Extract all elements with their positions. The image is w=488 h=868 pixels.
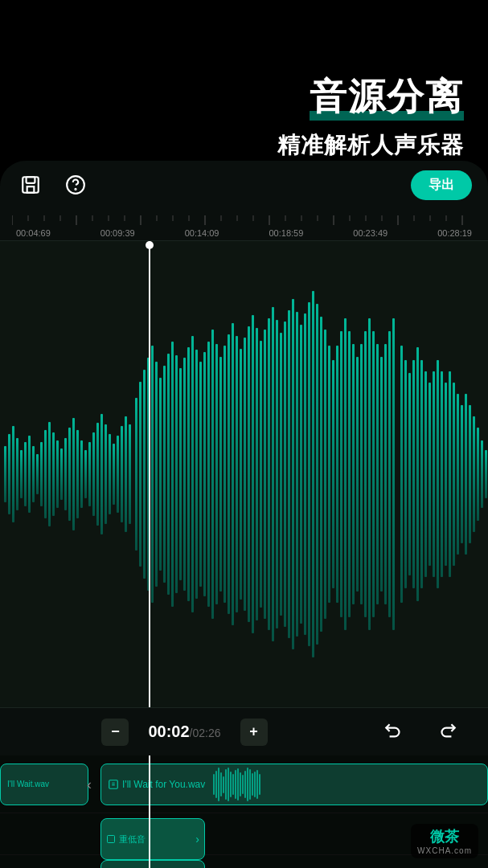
svg-rect-87 <box>207 342 210 607</box>
svg-rect-105 <box>280 333 282 616</box>
svg-rect-98 <box>252 315 254 633</box>
svg-rect-134 <box>400 346 403 603</box>
svg-rect-85 <box>199 362 202 587</box>
svg-rect-54 <box>72 418 75 530</box>
svg-rect-133 <box>392 318 395 630</box>
svg-rect-43 <box>28 436 31 513</box>
waveform-area[interactable] <box>0 241 488 707</box>
svg-rect-74 <box>155 362 158 587</box>
waveform-svg <box>0 241 488 707</box>
svg-rect-97 <box>248 326 250 622</box>
track-clip-main[interactable]: I'll Wait for You.wav <box>100 764 488 805</box>
svg-rect-45 <box>36 454 39 494</box>
ruler-time-labels: 00:04:69 00:09:39 00:14:09 00:18:59 00:2… <box>12 228 476 238</box>
time-label-1: 00:04:69 <box>16 228 51 238</box>
scroll-left-arrow[interactable]: ‹ <box>87 776 92 792</box>
toolbar-left <box>16 170 90 199</box>
timeline-ruler: 00:04:69 00:09:39 00:14:09 00:18:59 00:2… <box>0 209 488 241</box>
svg-rect-2 <box>27 186 35 193</box>
svg-rect-82 <box>187 347 190 601</box>
help-icon[interactable] <box>61 170 90 199</box>
svg-rect-89 <box>215 344 218 604</box>
svg-rect-137 <box>412 360 415 588</box>
time-label-4: 00:18:59 <box>269 228 303 238</box>
svg-rect-91 <box>223 346 226 603</box>
ruler-ticks-svg <box>12 215 476 225</box>
watermark-brand: 微茶 <box>430 827 459 846</box>
time-label-6: 00:28:19 <box>437 228 472 238</box>
svg-rect-88 <box>211 330 214 619</box>
svg-rect-44 <box>32 446 35 502</box>
svg-rect-102 <box>268 318 270 630</box>
svg-rect-138 <box>416 347 419 601</box>
svg-rect-154 <box>481 440 483 508</box>
svg-rect-60 <box>96 423 99 526</box>
svg-rect-128 <box>372 331 375 617</box>
svg-rect-71 <box>143 370 146 579</box>
svg-rect-130 <box>380 357 383 592</box>
svg-rect-53 <box>68 428 71 521</box>
export-button[interactable]: 导出 <box>411 170 472 200</box>
watermark: 微茶 WXCHA.com <box>411 824 478 858</box>
svg-rect-120 <box>340 331 342 617</box>
svg-rect-65 <box>117 436 119 513</box>
svg-rect-124 <box>356 357 359 592</box>
track-clip-bass[interactable]: 重低音 › <box>100 818 205 860</box>
time-label-2: 00:09:39 <box>100 228 135 238</box>
svg-rect-73 <box>151 346 154 603</box>
svg-rect-90 <box>219 357 222 592</box>
svg-rect-77 <box>167 354 170 595</box>
svg-rect-157 <box>108 836 115 843</box>
svg-rect-46 <box>40 442 43 506</box>
svg-rect-39 <box>12 426 14 522</box>
track-clip-phone[interactable]: 电话听筒 › <box>100 860 205 868</box>
svg-rect-107 <box>288 310 290 638</box>
svg-rect-117 <box>328 346 330 603</box>
svg-rect-41 <box>20 450 23 498</box>
redo-button[interactable] <box>422 722 472 743</box>
time-label-3: 00:14:09 <box>185 228 219 238</box>
svg-rect-150 <box>465 394 467 555</box>
svg-rect-42 <box>24 442 27 506</box>
svg-rect-95 <box>240 349 242 600</box>
increase-button[interactable]: + <box>240 719 268 746</box>
svg-point-4 <box>75 189 76 190</box>
svg-rect-38 <box>8 434 10 514</box>
save-icon[interactable] <box>16 170 45 199</box>
svg-rect-148 <box>457 394 459 555</box>
svg-rect-147 <box>453 383 455 566</box>
decrease-button[interactable]: − <box>101 719 129 746</box>
svg-rect-103 <box>272 307 274 641</box>
svg-rect-115 <box>320 317 322 632</box>
watermark-url: WXCHA.com <box>417 846 472 855</box>
svg-rect-66 <box>121 426 123 522</box>
svg-rect-129 <box>376 344 379 604</box>
svg-rect-140 <box>424 371 427 577</box>
svg-rect-58 <box>88 442 91 506</box>
svg-rect-37 <box>4 446 6 502</box>
svg-rect-122 <box>348 331 351 617</box>
bass-clip-arrow: › <box>195 833 199 845</box>
track-row-main: I'll Wait.wav ‹ I'll Wait for You.wav <box>0 755 488 813</box>
track-playhead <box>149 755 150 868</box>
svg-rect-149 <box>461 405 463 543</box>
svg-rect-110 <box>300 325 302 624</box>
controls-bar: − 00:02 / 02:26 + <box>0 707 488 755</box>
undo-button[interactable] <box>369 722 419 743</box>
svg-rect-93 <box>232 323 234 625</box>
track-clip-left[interactable]: I'll Wait.wav <box>0 764 88 805</box>
svg-rect-109 <box>296 312 298 637</box>
svg-rect-151 <box>469 405 471 543</box>
time-label-5: 00:23:49 <box>353 228 388 238</box>
svg-rect-76 <box>163 366 166 583</box>
time-display: 00:02 / 02:26 <box>148 723 220 741</box>
svg-rect-145 <box>445 383 447 566</box>
app-title: 音源分离 <box>310 72 464 122</box>
svg-rect-131 <box>384 344 387 604</box>
main-clip-label: I'll Wait for You.wav <box>101 779 211 790</box>
main-card: 导出 <box>0 161 488 868</box>
svg-rect-84 <box>195 350 198 599</box>
svg-rect-67 <box>125 416 127 532</box>
bass-clip-label: 重低音 <box>101 833 150 845</box>
svg-rect-125 <box>360 344 363 604</box>
